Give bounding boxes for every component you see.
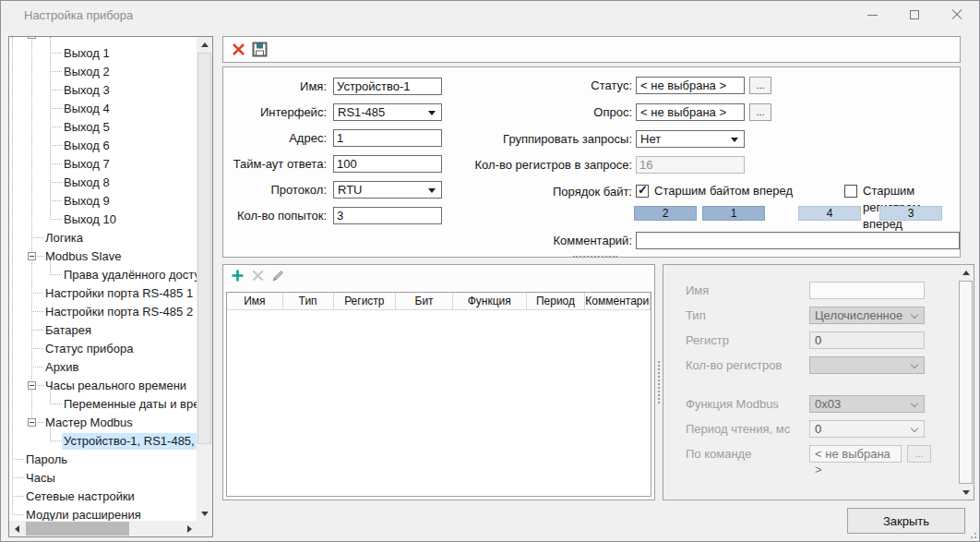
- tree-item[interactable]: Выход 3: [9, 81, 197, 100]
- column-header[interactable]: Тип: [283, 293, 334, 310]
- registers-table-body[interactable]: [227, 310, 651, 496]
- tree-item[interactable]: Мастер Modbus: [9, 414, 197, 432]
- column-header[interactable]: Период: [527, 293, 586, 310]
- vertical-splitter[interactable]: [658, 361, 660, 403]
- register-name-input: [809, 282, 925, 299]
- tree-item[interactable]: Модули расширения: [9, 506, 197, 521]
- tree-item[interactable]: Настройки порта RS-485 2: [9, 303, 197, 321]
- tree-item[interactable]: Выход 9: [9, 192, 197, 211]
- column-header[interactable]: Функция: [453, 293, 527, 310]
- tree-scroll-left-button[interactable]: [9, 521, 24, 536]
- tree-item[interactable]: [9, 37, 197, 44]
- tree-item[interactable]: Выход 2: [9, 63, 197, 81]
- comment-input[interactable]: [636, 232, 960, 249]
- add-register-button[interactable]: [231, 269, 245, 286]
- tree-item-label: Выход 7: [64, 155, 110, 174]
- tree-expander-icon[interactable]: [28, 252, 36, 260]
- tree-item-selected[interactable]: Устройство-1, RS1-485, 1: [9, 432, 197, 451]
- tree-item-label: Настройки порта RS-485 2: [45, 303, 193, 321]
- scroll-left-icon: [15, 525, 19, 533]
- on-command-value-box: < не выбрана >: [809, 445, 902, 463]
- scroll-right-icon: [187, 525, 192, 533]
- retries-input[interactable]: [333, 207, 442, 224]
- column-header[interactable]: Комментарий: [585, 293, 651, 310]
- column-header[interactable]: Имя: [227, 293, 283, 310]
- tree-item-label: Статус прибора: [45, 340, 133, 358]
- poll-browse-button[interactable]: ...: [749, 103, 771, 121]
- horizontal-splitter[interactable]: [573, 256, 617, 258]
- minimize-button[interactable]: [851, 1, 893, 29]
- column-header[interactable]: Бит: [396, 293, 453, 310]
- register-scroll-down-button[interactable]: [958, 485, 974, 500]
- tree-item[interactable]: Батарея: [9, 321, 197, 340]
- tree-connector: [50, 219, 62, 220]
- tree-item[interactable]: Пароль: [9, 451, 197, 469]
- tree-vertical-scrollbar[interactable]: [197, 37, 212, 521]
- resize-grip[interactable]: [971, 533, 976, 538]
- tree-item-label: Выход 9: [64, 192, 110, 211]
- tree-item-label: Батарея: [45, 321, 91, 340]
- tree-item-label: Выход 2: [64, 63, 110, 81]
- status-browse-button[interactable]: ...: [749, 77, 771, 94]
- tree-item[interactable]: Modbus Slave: [9, 247, 197, 266]
- tree-expander-icon[interactable]: [28, 418, 36, 427]
- register-scrollbar-thumb[interactable]: [959, 281, 973, 484]
- pencil-icon: [271, 269, 285, 283]
- tree-scroll-right-button[interactable]: [182, 521, 197, 536]
- tree-item[interactable]: Статус прибора: [9, 340, 197, 358]
- close-icon: [951, 9, 962, 20]
- tree-item[interactable]: Права удалённого доступ: [9, 266, 197, 284]
- delete-register-button[interactable]: [251, 269, 265, 286]
- tree-item[interactable]: Часы реального времени: [9, 377, 197, 395]
- save-device-button[interactable]: [252, 42, 268, 61]
- tree-item[interactable]: Выход 10: [9, 211, 197, 229]
- tree-item-label: Выход 8: [64, 174, 110, 192]
- edit-register-button[interactable]: [271, 269, 285, 286]
- tree-horizontal-scrollbar[interactable]: [9, 521, 197, 536]
- tree-item[interactable]: Выход 4: [9, 100, 197, 118]
- register-count-label: Кол-во регистров: [686, 356, 806, 374]
- register-number-input: 0: [809, 331, 925, 349]
- tree-expander-icon[interactable]: [28, 37, 36, 39]
- titlebar[interactable]: Настройка прибора: [1, 1, 979, 30]
- window-controls: [851, 1, 978, 29]
- tree-scroll-down-button[interactable]: [197, 506, 212, 521]
- tree-horizontal-scrollbar-thumb[interactable]: [26, 522, 129, 536]
- maximize-button[interactable]: [893, 1, 936, 29]
- tree-item[interactable]: Выход 1: [9, 44, 197, 63]
- tree-connector: [31, 311, 43, 312]
- delete-device-button[interactable]: [232, 42, 245, 60]
- tree-scrollbar-corner: [197, 521, 212, 536]
- tree-item[interactable]: Выход 5: [9, 118, 197, 137]
- close-button-titlebar[interactable]: [936, 1, 978, 29]
- minimize-icon: [867, 15, 878, 16]
- tree-item[interactable]: Логика: [9, 229, 197, 247]
- byte-order-label: Порядок байт:: [362, 183, 632, 200]
- registers-panel: ИмяТипРегистрБитФункцияПериодКомментарий: [222, 264, 655, 500]
- byte-first-checkbox[interactable]: ✓: [636, 185, 649, 198]
- status-value-box[interactable]: < не выбрана >: [636, 77, 745, 94]
- tree-scroll-up-button[interactable]: [197, 37, 212, 52]
- register-form-scrollbar[interactable]: [958, 265, 974, 500]
- tree-item[interactable]: Настройки порта RS-485 1: [9, 284, 197, 303]
- column-header[interactable]: Регистр: [334, 293, 397, 310]
- register-scroll-up-button[interactable]: [958, 265, 974, 280]
- close-button[interactable]: Закрыть: [847, 508, 965, 534]
- tree-item[interactable]: Выход 6: [9, 137, 197, 155]
- tree-item[interactable]: Выход 7: [9, 155, 197, 174]
- tree-vertical-scrollbar-thumb[interactable]: [197, 53, 211, 444]
- register-first-checkbox[interactable]: [844, 185, 857, 198]
- tree-item[interactable]: Переменные даты и врем: [9, 395, 197, 414]
- tree-expander-icon[interactable]: [28, 381, 36, 390]
- register-count-select: [809, 356, 925, 374]
- tree-item[interactable]: Архив: [9, 358, 197, 377]
- tree-item[interactable]: Выход 8: [9, 174, 197, 192]
- poll-value-box[interactable]: < не выбрана >: [636, 103, 745, 121]
- comment-label: Комментарий:: [362, 232, 632, 249]
- tree-item[interactable]: Сетевые настройки: [9, 488, 197, 506]
- group-requests-select[interactable]: Нет: [636, 130, 745, 148]
- tree-item[interactable]: Часы: [9, 469, 197, 488]
- tree-connector: [50, 440, 62, 441]
- tree-item-label: Выход 3: [64, 81, 110, 100]
- maximize-icon: [910, 10, 919, 19]
